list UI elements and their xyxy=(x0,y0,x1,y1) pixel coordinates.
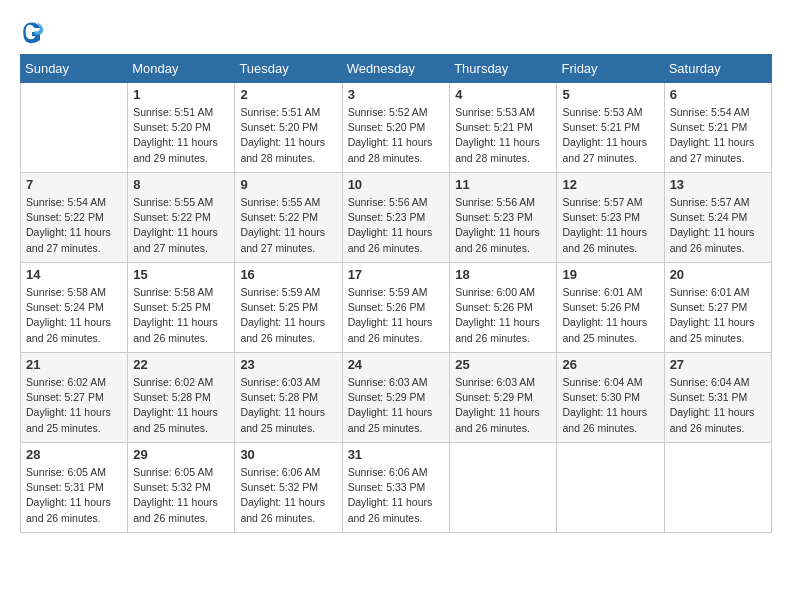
calendar-week-1: 1Sunrise: 5:51 AM Sunset: 5:20 PM Daylig… xyxy=(21,83,772,173)
calendar-cell: 31Sunrise: 6:06 AM Sunset: 5:33 PM Dayli… xyxy=(342,443,450,533)
logo xyxy=(20,20,48,44)
calendar-week-5: 28Sunrise: 6:05 AM Sunset: 5:31 PM Dayli… xyxy=(21,443,772,533)
calendar-week-2: 7Sunrise: 5:54 AM Sunset: 5:22 PM Daylig… xyxy=(21,173,772,263)
calendar-cell xyxy=(664,443,771,533)
calendar-cell: 3Sunrise: 5:52 AM Sunset: 5:20 PM Daylig… xyxy=(342,83,450,173)
calendar-cell: 15Sunrise: 5:58 AM Sunset: 5:25 PM Dayli… xyxy=(128,263,235,353)
day-info: Sunrise: 6:01 AM Sunset: 5:27 PM Dayligh… xyxy=(670,285,766,346)
day-info: Sunrise: 5:56 AM Sunset: 5:23 PM Dayligh… xyxy=(348,195,445,256)
day-info: Sunrise: 6:03 AM Sunset: 5:29 PM Dayligh… xyxy=(455,375,551,436)
column-header-sunday: Sunday xyxy=(21,55,128,83)
day-info: Sunrise: 5:57 AM Sunset: 5:23 PM Dayligh… xyxy=(562,195,658,256)
day-number: 15 xyxy=(133,267,229,282)
day-info: Sunrise: 5:51 AM Sunset: 5:20 PM Dayligh… xyxy=(240,105,336,166)
day-number: 16 xyxy=(240,267,336,282)
column-header-tuesday: Tuesday xyxy=(235,55,342,83)
calendar-cell xyxy=(21,83,128,173)
calendar-cell: 18Sunrise: 6:00 AM Sunset: 5:26 PM Dayli… xyxy=(450,263,557,353)
day-info: Sunrise: 5:55 AM Sunset: 5:22 PM Dayligh… xyxy=(133,195,229,256)
page-header xyxy=(20,20,772,44)
calendar-cell: 26Sunrise: 6:04 AM Sunset: 5:30 PM Dayli… xyxy=(557,353,664,443)
column-header-saturday: Saturday xyxy=(664,55,771,83)
calendar-cell: 14Sunrise: 5:58 AM Sunset: 5:24 PM Dayli… xyxy=(21,263,128,353)
day-info: Sunrise: 5:53 AM Sunset: 5:21 PM Dayligh… xyxy=(562,105,658,166)
day-number: 5 xyxy=(562,87,658,102)
day-info: Sunrise: 5:52 AM Sunset: 5:20 PM Dayligh… xyxy=(348,105,445,166)
calendar-cell: 22Sunrise: 6:02 AM Sunset: 5:28 PM Dayli… xyxy=(128,353,235,443)
day-info: Sunrise: 6:03 AM Sunset: 5:29 PM Dayligh… xyxy=(348,375,445,436)
day-info: Sunrise: 5:59 AM Sunset: 5:25 PM Dayligh… xyxy=(240,285,336,346)
calendar-cell: 2Sunrise: 5:51 AM Sunset: 5:20 PM Daylig… xyxy=(235,83,342,173)
day-info: Sunrise: 5:57 AM Sunset: 5:24 PM Dayligh… xyxy=(670,195,766,256)
day-number: 28 xyxy=(26,447,122,462)
day-number: 24 xyxy=(348,357,445,372)
calendar-cell: 10Sunrise: 5:56 AM Sunset: 5:23 PM Dayli… xyxy=(342,173,450,263)
day-number: 23 xyxy=(240,357,336,372)
day-number: 22 xyxy=(133,357,229,372)
day-number: 11 xyxy=(455,177,551,192)
day-number: 25 xyxy=(455,357,551,372)
day-number: 4 xyxy=(455,87,551,102)
day-info: Sunrise: 6:04 AM Sunset: 5:30 PM Dayligh… xyxy=(562,375,658,436)
day-number: 6 xyxy=(670,87,766,102)
calendar-cell: 20Sunrise: 6:01 AM Sunset: 5:27 PM Dayli… xyxy=(664,263,771,353)
day-info: Sunrise: 6:05 AM Sunset: 5:32 PM Dayligh… xyxy=(133,465,229,526)
calendar-cell: 12Sunrise: 5:57 AM Sunset: 5:23 PM Dayli… xyxy=(557,173,664,263)
calendar-cell: 11Sunrise: 5:56 AM Sunset: 5:23 PM Dayli… xyxy=(450,173,557,263)
day-number: 27 xyxy=(670,357,766,372)
logo-icon xyxy=(20,20,44,44)
column-header-wednesday: Wednesday xyxy=(342,55,450,83)
day-number: 18 xyxy=(455,267,551,282)
day-number: 12 xyxy=(562,177,658,192)
day-number: 19 xyxy=(562,267,658,282)
calendar-cell xyxy=(450,443,557,533)
day-number: 7 xyxy=(26,177,122,192)
day-info: Sunrise: 5:58 AM Sunset: 5:25 PM Dayligh… xyxy=(133,285,229,346)
calendar-cell: 29Sunrise: 6:05 AM Sunset: 5:32 PM Dayli… xyxy=(128,443,235,533)
day-number: 2 xyxy=(240,87,336,102)
day-info: Sunrise: 6:02 AM Sunset: 5:27 PM Dayligh… xyxy=(26,375,122,436)
calendar-cell xyxy=(557,443,664,533)
day-number: 1 xyxy=(133,87,229,102)
day-number: 8 xyxy=(133,177,229,192)
day-number: 31 xyxy=(348,447,445,462)
calendar-cell: 1Sunrise: 5:51 AM Sunset: 5:20 PM Daylig… xyxy=(128,83,235,173)
calendar-cell: 5Sunrise: 5:53 AM Sunset: 5:21 PM Daylig… xyxy=(557,83,664,173)
day-info: Sunrise: 6:04 AM Sunset: 5:31 PM Dayligh… xyxy=(670,375,766,436)
column-header-monday: Monday xyxy=(128,55,235,83)
day-info: Sunrise: 5:54 AM Sunset: 5:21 PM Dayligh… xyxy=(670,105,766,166)
day-info: Sunrise: 5:58 AM Sunset: 5:24 PM Dayligh… xyxy=(26,285,122,346)
calendar-week-3: 14Sunrise: 5:58 AM Sunset: 5:24 PM Dayli… xyxy=(21,263,772,353)
day-info: Sunrise: 5:55 AM Sunset: 5:22 PM Dayligh… xyxy=(240,195,336,256)
calendar-cell: 16Sunrise: 5:59 AM Sunset: 5:25 PM Dayli… xyxy=(235,263,342,353)
calendar-cell: 4Sunrise: 5:53 AM Sunset: 5:21 PM Daylig… xyxy=(450,83,557,173)
calendar-cell: 7Sunrise: 5:54 AM Sunset: 5:22 PM Daylig… xyxy=(21,173,128,263)
day-info: Sunrise: 6:05 AM Sunset: 5:31 PM Dayligh… xyxy=(26,465,122,526)
day-info: Sunrise: 6:02 AM Sunset: 5:28 PM Dayligh… xyxy=(133,375,229,436)
day-info: Sunrise: 6:06 AM Sunset: 5:32 PM Dayligh… xyxy=(240,465,336,526)
calendar-cell: 6Sunrise: 5:54 AM Sunset: 5:21 PM Daylig… xyxy=(664,83,771,173)
day-number: 13 xyxy=(670,177,766,192)
calendar-cell: 25Sunrise: 6:03 AM Sunset: 5:29 PM Dayli… xyxy=(450,353,557,443)
calendar-cell: 19Sunrise: 6:01 AM Sunset: 5:26 PM Dayli… xyxy=(557,263,664,353)
day-info: Sunrise: 6:03 AM Sunset: 5:28 PM Dayligh… xyxy=(240,375,336,436)
day-info: Sunrise: 5:54 AM Sunset: 5:22 PM Dayligh… xyxy=(26,195,122,256)
day-info: Sunrise: 6:01 AM Sunset: 5:26 PM Dayligh… xyxy=(562,285,658,346)
column-header-thursday: Thursday xyxy=(450,55,557,83)
day-number: 29 xyxy=(133,447,229,462)
calendar-cell: 24Sunrise: 6:03 AM Sunset: 5:29 PM Dayli… xyxy=(342,353,450,443)
day-info: Sunrise: 6:00 AM Sunset: 5:26 PM Dayligh… xyxy=(455,285,551,346)
day-number: 14 xyxy=(26,267,122,282)
day-info: Sunrise: 6:06 AM Sunset: 5:33 PM Dayligh… xyxy=(348,465,445,526)
calendar-cell: 21Sunrise: 6:02 AM Sunset: 5:27 PM Dayli… xyxy=(21,353,128,443)
day-info: Sunrise: 5:59 AM Sunset: 5:26 PM Dayligh… xyxy=(348,285,445,346)
day-info: Sunrise: 5:51 AM Sunset: 5:20 PM Dayligh… xyxy=(133,105,229,166)
calendar-table: SundayMondayTuesdayWednesdayThursdayFrid… xyxy=(20,54,772,533)
day-info: Sunrise: 5:56 AM Sunset: 5:23 PM Dayligh… xyxy=(455,195,551,256)
day-number: 21 xyxy=(26,357,122,372)
calendar-week-4: 21Sunrise: 6:02 AM Sunset: 5:27 PM Dayli… xyxy=(21,353,772,443)
day-number: 17 xyxy=(348,267,445,282)
calendar-cell: 17Sunrise: 5:59 AM Sunset: 5:26 PM Dayli… xyxy=(342,263,450,353)
day-info: Sunrise: 5:53 AM Sunset: 5:21 PM Dayligh… xyxy=(455,105,551,166)
calendar-cell: 9Sunrise: 5:55 AM Sunset: 5:22 PM Daylig… xyxy=(235,173,342,263)
